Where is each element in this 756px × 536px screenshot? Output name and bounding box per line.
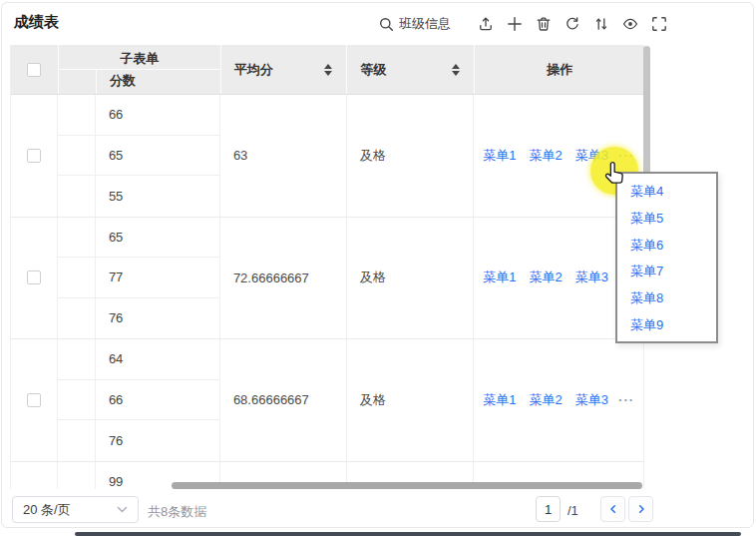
dropdown-menu-item[interactable]: 菜单6: [617, 233, 716, 260]
prev-page-button[interactable]: [600, 496, 625, 522]
action-link[interactable]: 菜单1: [483, 391, 516, 409]
average-header-label: 平均分: [234, 61, 273, 79]
score-subrow: 65: [58, 218, 220, 259]
grade-header-label: 等级: [360, 61, 386, 79]
action-link[interactable]: 菜单2: [530, 147, 563, 165]
add-button[interactable]: [507, 15, 523, 33]
dropdown-menu-item[interactable]: 菜单7: [617, 259, 716, 285]
data-table: 子表单 分数 平均分 等级 操作 66655563及格菜单1菜单2菜单3···6…: [10, 45, 644, 489]
average-cell: 68.66666667: [220, 339, 347, 461]
next-page-button[interactable]: [628, 496, 653, 522]
page-size-select[interactable]: 20 条/页: [12, 496, 139, 523]
chevron-down-icon: [117, 505, 128, 514]
average-column-header: 平均分: [220, 45, 347, 94]
action-link[interactable]: 菜单3: [575, 391, 608, 409]
row-select-cell: [11, 462, 58, 490]
score-subrow: 76: [58, 298, 220, 339]
score-cell: 65: [96, 136, 220, 176]
bottom-edge-bar: [75, 532, 741, 536]
score-cell: 76: [96, 298, 220, 339]
score-cell: 65: [96, 218, 220, 258]
subform-cells: 657776: [58, 218, 220, 339]
vertical-scrollbar-thumb[interactable]: [643, 46, 650, 180]
subform-header-label: 子表单: [59, 45, 220, 70]
total-pages-label: /1: [567, 503, 578, 518]
table-group: 66655563及格菜单1菜单2菜单3···: [11, 95, 644, 218]
average-cell: 63: [220, 95, 347, 217]
score-cell: 64: [96, 339, 220, 379]
action-link[interactable]: 菜单1: [483, 268, 516, 286]
subrow-spacer: [58, 339, 96, 379]
row-checkbox[interactable]: [27, 393, 41, 407]
score-subrow: 55: [58, 176, 220, 217]
table-group: 64667668.66666667及格菜单1菜单2菜单3···: [11, 339, 644, 462]
score-cell: 55: [96, 176, 220, 217]
page-number-input[interactable]: [536, 496, 561, 522]
subrow-spacer: [58, 95, 96, 135]
chevron-left-icon: [608, 504, 618, 514]
page-title: 成绩表: [14, 13, 59, 32]
action-link[interactable]: 菜单2: [530, 268, 563, 286]
refresh-button[interactable]: [565, 15, 580, 33]
sort-rows-button[interactable]: [593, 15, 609, 33]
subform-cells: 666555: [58, 95, 220, 217]
dropdown-menu-item[interactable]: 菜单4: [617, 179, 716, 206]
pointer-hand-icon: [602, 161, 629, 190]
search-label: 班级信息: [399, 15, 451, 33]
subform-spacer: [59, 70, 97, 94]
sort-desc-icon: [452, 71, 460, 76]
row-checkbox[interactable]: [27, 270, 41, 284]
total-count-label: 共8条数据: [148, 503, 206, 521]
subrow-spacer: [58, 136, 96, 176]
sort-desc-icon: [324, 71, 332, 76]
horizontal-scrollbar-thumb[interactable]: [172, 482, 642, 489]
row-select-cell: [11, 95, 58, 217]
select-all-checkbox[interactable]: [27, 63, 41, 77]
average-sort-control[interactable]: [324, 64, 332, 76]
actions-cell: 菜单1菜单2菜单3···: [474, 339, 644, 461]
chevron-right-icon: [636, 504, 646, 514]
score-cell: 66: [96, 380, 220, 420]
action-link[interactable]: 菜单3: [575, 268, 608, 286]
more-actions-trigger[interactable]: ···: [618, 392, 634, 407]
dropdown-menu-item[interactable]: 菜单9: [617, 312, 716, 339]
subrow-spacer: [58, 258, 96, 297]
action-link[interactable]: 菜单1: [483, 147, 516, 165]
grade-column-header: 等级: [346, 45, 474, 94]
eye-icon: [622, 16, 638, 32]
fullscreen-button[interactable]: [651, 15, 667, 33]
subrow-spacer: [58, 462, 96, 490]
table-group: 65777672.66666667及格菜单1菜单2菜单3···: [11, 218, 644, 340]
search-icon: [379, 17, 394, 32]
refresh-icon: [565, 16, 580, 32]
subform-cells: 646676: [58, 339, 220, 461]
plus-icon: [507, 16, 523, 32]
dropdown-menu-item[interactable]: 菜单8: [617, 285, 716, 312]
score-subrow: 76: [58, 420, 220, 461]
export-icon: [478, 16, 494, 32]
row-checkbox[interactable]: [27, 149, 41, 163]
score-subrow: 64: [58, 339, 220, 380]
page-size-value: 20 条/页: [23, 501, 71, 519]
score-cell: 76: [96, 420, 220, 461]
visibility-button[interactable]: [622, 15, 638, 33]
score-cell: 66: [96, 95, 220, 135]
hand-cursor: [602, 161, 629, 193]
score-subrow: 77: [58, 258, 220, 298]
more-actions-dropdown: 菜单4菜单5菜单6菜单7菜单8菜单9: [615, 172, 718, 343]
search-button[interactable]: 班级信息: [379, 15, 451, 33]
subrow-spacer: [58, 176, 96, 217]
delete-button[interactable]: [536, 15, 552, 33]
export-button[interactable]: [478, 15, 494, 33]
sort-asc-icon: [324, 64, 332, 69]
row-select-cell: [11, 218, 58, 339]
subrow-spacer: [58, 298, 96, 339]
score-column-header: 分数: [97, 70, 136, 94]
sort-asc-icon: [452, 64, 460, 69]
score-subrow: 66: [58, 95, 220, 136]
grade-cell: 及格: [347, 218, 475, 339]
action-link[interactable]: 菜单2: [530, 391, 563, 409]
select-all-cell: [11, 45, 58, 94]
grade-sort-control[interactable]: [452, 64, 460, 76]
dropdown-menu-item[interactable]: 菜单5: [617, 206, 716, 233]
